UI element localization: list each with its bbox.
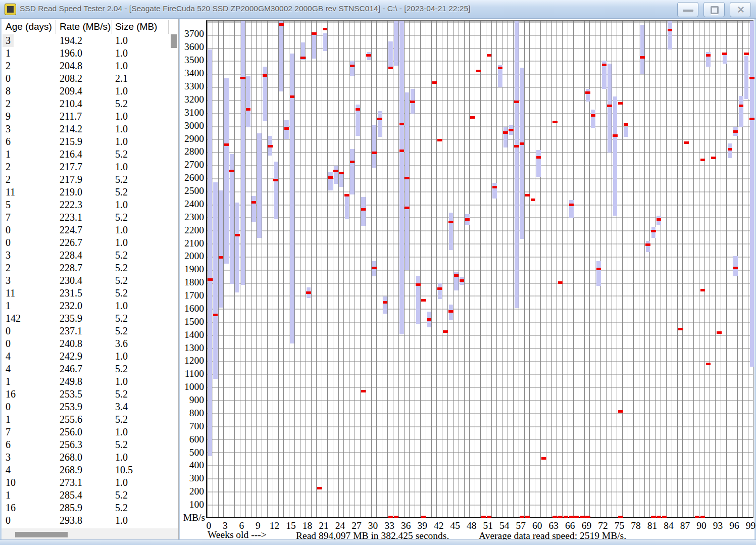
table-row[interactable]: 0226.71.0 xyxy=(2,236,170,249)
y-axis-label: 2100 xyxy=(180,238,204,250)
range-bar xyxy=(668,21,672,49)
cell-rate: 253.9 xyxy=(60,401,82,413)
data-point-mark xyxy=(454,274,459,277)
table-row[interactable]: 5222.31.0 xyxy=(2,199,170,211)
horizontal-scrollbar[interactable] xyxy=(2,528,178,539)
table-row[interactable]: 0224.71.0 xyxy=(2,224,170,236)
data-point-mark xyxy=(618,102,623,105)
cell-age: 4 xyxy=(6,350,11,363)
y-axis-label: 2200 xyxy=(180,225,204,237)
table-row[interactable]: 11231.55.2 xyxy=(2,287,170,300)
cell-age: 0 xyxy=(6,72,11,85)
data-point-mark xyxy=(624,123,629,126)
data-point-mark xyxy=(317,487,322,489)
cell-rate: 217.9 xyxy=(60,173,82,186)
table-row[interactable]: 2228.75.2 xyxy=(2,262,170,274)
table-row[interactable]: 1255.65.2 xyxy=(2,413,170,426)
x-axis-label: 21 xyxy=(315,520,332,531)
cell-size: 5.2 xyxy=(115,173,128,186)
x-axis-label: 33 xyxy=(381,520,398,531)
cell-age: 10 xyxy=(6,476,16,489)
y-axis-label: 1800 xyxy=(180,277,204,289)
y-axis-label: 900 xyxy=(180,394,204,407)
data-point-mark xyxy=(268,145,273,147)
data-point-mark xyxy=(372,267,377,269)
data-point-mark xyxy=(520,516,525,518)
table-row[interactable]: 4246.75.2 xyxy=(2,363,170,375)
table-row[interactable]: 0240.83.6 xyxy=(2,337,170,350)
table-row[interactable]: 142235.95.2 xyxy=(2,312,170,325)
table-row[interactable]: 10273.11.0 xyxy=(2,476,170,489)
cell-rate: 230.4 xyxy=(60,274,82,287)
data-point-mark xyxy=(585,516,590,518)
table-row[interactable]: 0208.22.1 xyxy=(2,72,170,85)
minimize-button[interactable] xyxy=(677,2,698,17)
window-title: SSD Read Speed Tester 2.04 - [Seagate Fi… xyxy=(20,4,470,13)
table-row[interactable]: 4242.91.0 xyxy=(2,350,170,363)
cell-age: 1 xyxy=(6,413,11,426)
range-bar xyxy=(361,197,366,226)
restore-button[interactable] xyxy=(703,2,725,17)
horizontal-scrollbar-thumb[interactable] xyxy=(15,532,68,537)
table-row[interactable]: 1216.45.2 xyxy=(2,148,170,161)
data-point-mark xyxy=(476,70,481,72)
data-point-mark xyxy=(700,159,705,161)
table-row[interactable]: 2204.81.0 xyxy=(2,60,170,72)
cell-rate: 216.4 xyxy=(60,148,82,161)
table-row[interactable]: 0237.15.2 xyxy=(2,325,170,337)
table-row[interactable]: 7256.01.0 xyxy=(2,426,170,438)
table-row[interactable]: 9211.71.0 xyxy=(2,110,170,123)
data-point-mark xyxy=(711,157,716,159)
x-axis-label: 39 xyxy=(414,520,431,531)
cell-size: 1.0 xyxy=(115,476,128,489)
table-row[interactable]: 1232.01.0 xyxy=(2,300,170,312)
table-row[interactable]: 2217.95.2 xyxy=(2,173,170,186)
table-row[interactable]: 4268.910.5 xyxy=(2,464,170,476)
data-point-mark xyxy=(328,176,333,179)
y-axis-label: 3100 xyxy=(180,107,204,119)
data-point-mark xyxy=(645,243,650,246)
cell-rate: 211.7 xyxy=(60,110,82,123)
close-button[interactable]: ✕ xyxy=(730,2,751,17)
table-row[interactable]: 0253.93.4 xyxy=(2,401,170,413)
table-row[interactable]: 7223.15.2 xyxy=(2,211,170,224)
table-row[interactable]: 1285.45.2 xyxy=(2,489,170,502)
table-row[interactable]: 6256.35.2 xyxy=(2,438,170,451)
y-axis-label: 400 xyxy=(180,460,204,472)
data-point-mark xyxy=(372,152,377,154)
table-row[interactable]: 1196.01.0 xyxy=(2,47,170,60)
table-row[interactable]: 3214.21.0 xyxy=(2,123,170,135)
table-row[interactable]: 8209.41.0 xyxy=(2,85,170,97)
cell-age: 2 xyxy=(6,173,11,186)
table-row[interactable]: 3230.45.2 xyxy=(2,274,170,287)
title-bar[interactable]: SSD Read Speed Tester 2.04 - [Seagate Fi… xyxy=(0,0,756,19)
table-row[interactable]: 3228.45.2 xyxy=(2,249,170,262)
cell-size: 2.1 xyxy=(115,72,128,85)
table-row[interactable]: 0293.81.0 xyxy=(2,514,170,527)
y-axis-label: 2800 xyxy=(180,146,204,158)
table-row[interactable]: 3268.01.0 xyxy=(2,451,170,464)
cell-rate: 208.2 xyxy=(60,72,82,85)
cell-rate: 255.6 xyxy=(60,413,82,426)
data-point-mark xyxy=(564,516,569,518)
table-row[interactable]: 2217.71.0 xyxy=(2,161,170,173)
table-row[interactable]: 11219.05.2 xyxy=(2,186,170,199)
vertical-scrollbar-thumb[interactable] xyxy=(171,34,177,48)
range-bar xyxy=(350,61,355,76)
data-point-mark xyxy=(733,130,738,133)
x-axis-label: 27 xyxy=(348,520,365,531)
range-bar xyxy=(219,190,223,308)
table-row[interactable]: 3194.21.0 xyxy=(2,34,170,47)
data-point-mark xyxy=(706,54,711,57)
cell-size: 1.0 xyxy=(115,375,128,388)
range-bar xyxy=(750,21,754,367)
table-row[interactable]: 16285.95.2 xyxy=(2,502,170,514)
results-table-panel: Age (days) Rate (MB/s) Size (MB) 3194.21… xyxy=(2,19,179,539)
table-row[interactable]: 6215.91.0 xyxy=(2,135,170,148)
range-bar xyxy=(251,196,256,222)
table-row[interactable]: 16253.55.2 xyxy=(2,388,170,401)
table-row[interactable]: 1249.81.0 xyxy=(2,375,170,388)
cell-age: 0 xyxy=(6,224,11,236)
table-row[interactable]: 2210.45.2 xyxy=(2,97,170,110)
x-axis-label: 51 xyxy=(479,520,496,531)
